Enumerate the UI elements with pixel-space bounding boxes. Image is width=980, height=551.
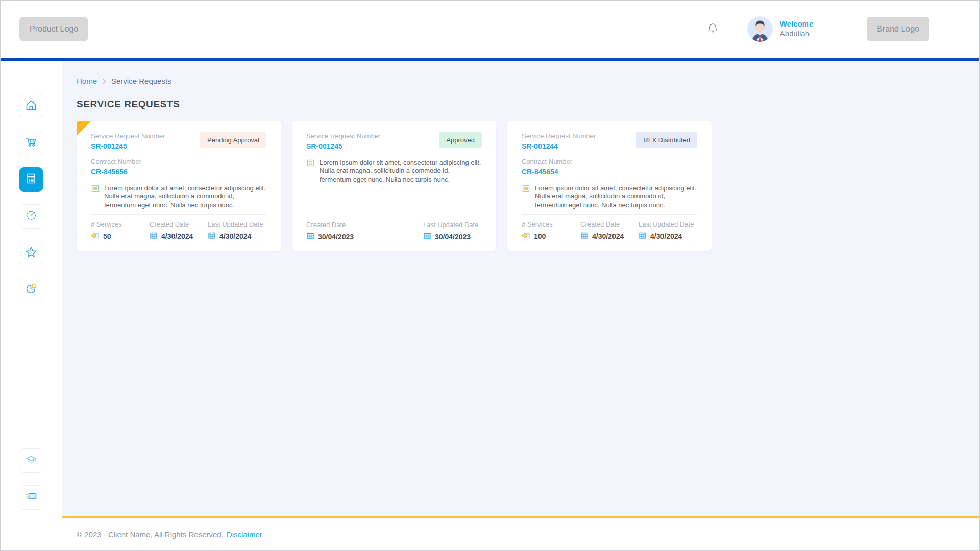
header: Product Logo bbox=[0, 0, 980, 61]
created-date-value: 4/30/2024 bbox=[592, 232, 624, 240]
header-divider bbox=[733, 19, 733, 39]
created-date-label: Created Date bbox=[306, 221, 365, 229]
card-description: Lorem ipsum dolor sit amet, consectetur … bbox=[104, 184, 266, 209]
card-description: Lorem ipsum dolor sit amet, consectetur … bbox=[535, 184, 697, 209]
contract-number-label: Contract Number bbox=[522, 158, 697, 165]
status-badge: Approved bbox=[439, 132, 482, 148]
contract-number-link[interactable]: CR-845656 bbox=[91, 168, 128, 176]
sr-number-label: Service Request Number bbox=[306, 132, 380, 140]
notifications-button[interactable] bbox=[706, 22, 719, 36]
updated-date-value: 30/04/2023 bbox=[435, 233, 471, 241]
breadcrumb: Home Service Requests bbox=[77, 77, 966, 85]
card-description: Lorem ipsum dolor sit amet, consectetur … bbox=[320, 159, 482, 184]
created-date-value: 4/30/2024 bbox=[161, 232, 193, 240]
updated-date-label: Last Updated Date bbox=[639, 220, 697, 228]
disclaimer-link[interactable]: Disclaimer bbox=[227, 530, 262, 539]
contract-number-label: Contract Number bbox=[91, 158, 266, 165]
sr-number-link[interactable]: SR-001244 bbox=[522, 142, 558, 151]
updated-date-value: 4/30/2024 bbox=[650, 232, 682, 240]
star-icon bbox=[24, 245, 38, 261]
service-request-card[interactable]: Service Request Number SR-001244 RFX Dis… bbox=[507, 121, 712, 251]
service-request-cards: Service Request Number SR-001245 Pending… bbox=[77, 121, 966, 251]
created-date-value: 30/04/2023 bbox=[318, 233, 354, 241]
services-label: # Services bbox=[91, 220, 150, 228]
services-label: # Services bbox=[522, 220, 580, 228]
card-divider bbox=[306, 215, 482, 215]
home-icon bbox=[24, 98, 38, 114]
services-icon bbox=[91, 231, 100, 241]
product-logo[interactable]: Product Logo bbox=[19, 17, 88, 41]
mail-icon bbox=[24, 490, 38, 505]
service-requests-icon bbox=[24, 172, 38, 187]
pie-chart-icon bbox=[24, 282, 38, 297]
calendar-icon bbox=[580, 231, 589, 241]
created-date-label: Created Date bbox=[580, 220, 639, 228]
gauge-icon bbox=[24, 209, 38, 224]
graduation-cap-icon bbox=[24, 453, 38, 468]
user-avatar[interactable] bbox=[747, 16, 773, 42]
header-right: Welcome Abdullah Brand Logo bbox=[706, 16, 929, 42]
sidebar-item-star[interactable] bbox=[19, 241, 43, 265]
service-requests-page: Product Logo bbox=[0, 0, 980, 551]
note-icon bbox=[522, 184, 530, 195]
created-date-label: Created Date bbox=[150, 220, 208, 228]
contract-number-link[interactable]: CR-845654 bbox=[522, 168, 558, 176]
page-title: SERVICE REQUESTS bbox=[77, 98, 966, 110]
note-icon bbox=[91, 184, 100, 195]
services-icon bbox=[522, 231, 530, 241]
note-icon bbox=[306, 159, 315, 169]
user-greeting: Welcome Abdullah bbox=[780, 19, 814, 39]
chevron-right-icon bbox=[102, 78, 106, 84]
sidebar-item-learning[interactable] bbox=[19, 448, 43, 473]
sidebar-item-cart[interactable] bbox=[19, 131, 43, 155]
sidebar-item-service-requests[interactable] bbox=[19, 167, 43, 192]
sr-number-link[interactable]: SR-001245 bbox=[306, 142, 342, 151]
sidebar-item-home[interactable] bbox=[19, 94, 43, 118]
service-request-card[interactable]: Service Request Number SR-001245 Approve… bbox=[292, 121, 496, 251]
main-content: Home Service Requests SERVICE REQUESTS S… bbox=[62, 61, 980, 516]
cart-icon bbox=[24, 135, 38, 151]
footer: © 2023 - Client Name, All Rights Reserve… bbox=[62, 516, 980, 551]
sidebar bbox=[0, 61, 62, 551]
updated-date-label: Last Updated Date bbox=[208, 220, 266, 228]
card-divider bbox=[91, 214, 266, 215]
status-badge: Pending Approval bbox=[200, 132, 266, 148]
service-request-card[interactable]: Service Request Number SR-001245 Pending… bbox=[77, 121, 281, 251]
calendar-icon bbox=[423, 232, 431, 241]
services-count: 50 bbox=[103, 232, 111, 240]
username: Abdullah bbox=[780, 29, 814, 39]
updated-date-value: 4/30/2024 bbox=[219, 232, 251, 240]
calendar-icon bbox=[306, 232, 314, 241]
sidebar-item-mail[interactable] bbox=[19, 485, 43, 510]
breadcrumb-home-link[interactable]: Home bbox=[77, 77, 97, 85]
card-divider bbox=[522, 214, 697, 215]
sidebar-item-gauge[interactable] bbox=[19, 204, 43, 229]
sr-number-link[interactable]: SR-001245 bbox=[91, 142, 127, 151]
welcome-label: Welcome bbox=[780, 19, 814, 29]
copyright-text: © 2023 - Client Name, All Rights Reserve… bbox=[77, 530, 224, 539]
sr-number-label: Service Request Number bbox=[522, 132, 596, 140]
calendar-icon bbox=[208, 231, 216, 241]
updated-date-label: Last Updated Date bbox=[423, 221, 482, 229]
breadcrumb-current: Service Requests bbox=[111, 77, 172, 85]
services-count: 100 bbox=[534, 232, 546, 240]
calendar-icon bbox=[639, 231, 647, 241]
bell-icon bbox=[706, 22, 719, 36]
calendar-icon bbox=[150, 231, 158, 241]
sr-number-label: Service Request Number bbox=[91, 132, 165, 140]
brand-logo[interactable]: Brand Logo bbox=[867, 17, 929, 41]
status-badge: RFX Distributed bbox=[636, 132, 697, 148]
sidebar-item-pie-chart[interactable] bbox=[19, 278, 43, 302]
